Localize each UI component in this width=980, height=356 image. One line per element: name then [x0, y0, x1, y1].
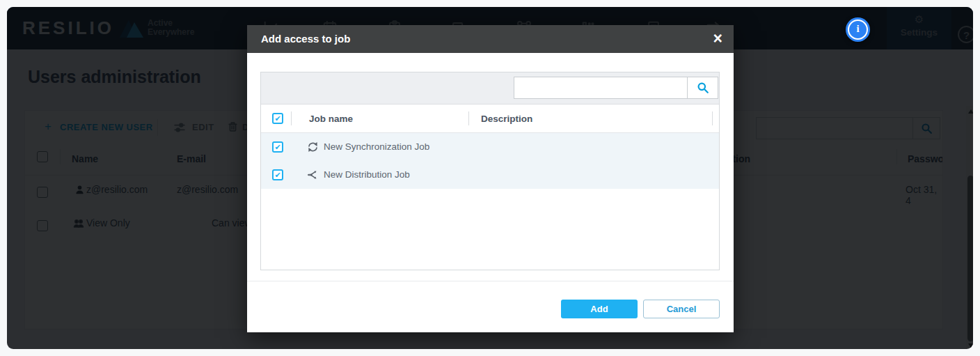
add-access-to-job-modal: Add access to job × ✔ Job name Descripti… — [247, 25, 734, 332]
job-name: New Synchronization Job — [324, 141, 429, 152]
job-name: New Distribution Job — [324, 169, 410, 180]
modal-header: Add access to job × — [247, 25, 734, 53]
modal-title: Add access to job — [261, 33, 350, 45]
cancel-button[interactable]: Cancel — [643, 300, 720, 318]
add-button[interactable]: Add — [561, 300, 638, 318]
search-icon — [697, 82, 709, 94]
column-header-job-name[interactable]: Job name — [309, 114, 353, 124]
header-divider — [291, 111, 292, 125]
row-checkbox[interactable]: ✔ — [272, 169, 283, 180]
job-search-input[interactable] — [514, 77, 688, 99]
job-search-button[interactable] — [687, 77, 718, 99]
column-header-description[interactable]: Description — [481, 114, 532, 124]
app-window: RESILIO Active Everywhere ⚙ Settings — [7, 7, 973, 349]
close-icon[interactable]: × — [713, 29, 722, 47]
job-row-distribution[interactable]: ✔ New Distribution Job — [261, 161, 719, 189]
select-all-jobs-checkbox[interactable]: ✔ — [272, 113, 283, 124]
header-divider — [468, 111, 469, 125]
job-list-panel: ✔ Job name Description ✔ New Synchroniza… — [260, 72, 720, 270]
distribution-icon — [307, 169, 319, 183]
footer-divider — [247, 281, 734, 281]
row-checkbox[interactable]: ✔ — [272, 141, 283, 153]
info-beacon-button[interactable]: i — [846, 17, 870, 42]
job-row-synchronization[interactable]: ✔ New Synchronization Job — [261, 133, 719, 161]
header-divider — [712, 111, 713, 125]
info-icon: i — [846, 23, 870, 35]
job-table-header: ✔ Job name Description — [261, 105, 719, 133]
sync-icon — [307, 141, 319, 155]
job-search-bar — [261, 72, 719, 105]
